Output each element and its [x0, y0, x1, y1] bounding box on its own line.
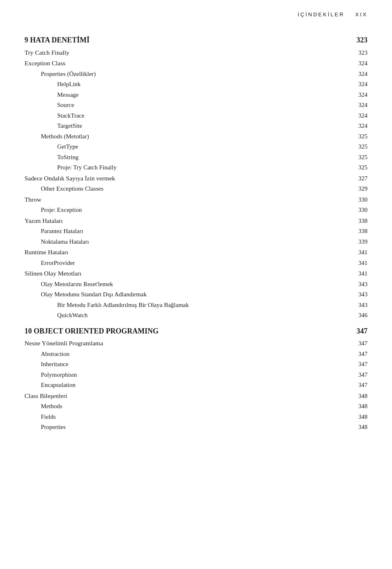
- toc-entry: 9 HATA DENETİMİ323: [24, 34, 368, 47]
- entry-page: 338: [343, 216, 368, 227]
- entry-text: QuickWatch: [57, 310, 343, 321]
- toc-entry: HelpLink324: [24, 79, 368, 90]
- entry-page: 347: [343, 359, 368, 370]
- toc-entry: Encapsulation347: [24, 380, 368, 391]
- entry-page: 343: [343, 300, 368, 311]
- toc-entry: Methods (Metotlar)325: [24, 131, 368, 142]
- entry-page: 338: [343, 226, 368, 237]
- entry-text: Proje: Exception: [41, 205, 343, 216]
- entry-text: Olay Metotlarını Reset'lemek: [41, 279, 343, 290]
- entry-page: 324: [343, 100, 368, 111]
- entry-page: 330: [343, 205, 368, 216]
- entry-page: 346: [343, 310, 368, 321]
- entry-page: 348: [343, 391, 368, 402]
- toc-entry: Yazım Hataları338: [24, 216, 368, 227]
- toc-entry: Other Exceptions Classes329: [24, 184, 368, 194]
- entry-page: 347: [343, 338, 368, 349]
- entry-text: Nesne Yönelimli Programlama: [24, 338, 343, 349]
- toc-entry: Inheritance347: [24, 359, 368, 370]
- entry-page: 341: [343, 258, 368, 269]
- entry-page: 341: [343, 269, 368, 279]
- entry-page: 343: [343, 279, 368, 290]
- entry-text: Silinen Olay Metotları: [24, 268, 343, 279]
- entry-page: 324: [343, 58, 368, 69]
- toc-entry: StackTrace324: [24, 111, 368, 121]
- toc-entry: Parantez Hataları338: [24, 226, 368, 237]
- toc-entry: QuickWatch346: [24, 310, 368, 321]
- entry-page: 323: [343, 48, 368, 58]
- entry-text: Try Catch Finally: [24, 47, 343, 58]
- toc-entry: 10 OBJECT ORIENTED PROGRAMING347: [24, 325, 368, 338]
- entry-text: TargetSite: [57, 121, 343, 131]
- entry-text: Proje: Try Catch Finally: [57, 162, 343, 173]
- entry-page: 347: [343, 325, 368, 338]
- entry-text: GetType: [57, 142, 343, 152]
- entry-page: 324: [343, 69, 368, 80]
- toc-entry: Abstraction347: [24, 349, 368, 360]
- entry-page: 343: [343, 289, 368, 300]
- entry-page: 347: [343, 380, 368, 391]
- entry-page: 323: [343, 34, 368, 47]
- toc-entry: Olay Metodunu Standart Dışı Adlandırmak3…: [24, 289, 368, 300]
- toc-entry: Properties (Özellikler)324: [24, 69, 368, 80]
- entry-page: 347: [343, 349, 368, 360]
- toc-entry: Nesne Yönelimli Programlama347: [24, 338, 368, 349]
- entry-text: Exception Class: [24, 58, 343, 69]
- entry-page: 348: [343, 412, 368, 422]
- toc-entry: GetType325: [24, 142, 368, 152]
- entry-text: Sadece Ondalık Sayıya İzin vermek: [24, 173, 343, 184]
- toc-entry: Source324: [24, 100, 368, 111]
- toc-entry: Properties348: [24, 422, 368, 433]
- entry-page: 325: [343, 162, 368, 173]
- entry-text: 10 OBJECT ORIENTED PROGRAMING: [24, 325, 343, 338]
- entry-text: Olay Metodunu Standart Dışı Adlandırmak: [41, 289, 343, 300]
- toc-entry: ToString325: [24, 152, 368, 163]
- entry-text: HelpLink: [57, 79, 343, 90]
- entry-page: 339: [343, 237, 368, 247]
- entry-page: 330: [343, 195, 368, 205]
- entry-text: ToString: [57, 152, 343, 163]
- entry-text: Fields: [41, 412, 343, 422]
- entry-text: Bir Metodu Farklı Adlandırılmış Bir Olay…: [57, 300, 343, 311]
- entry-text: Throw: [24, 194, 343, 205]
- toc-entry: ErrorProvider341: [24, 258, 368, 269]
- entry-page: 348: [343, 401, 368, 412]
- toc-entry: Methods348: [24, 401, 368, 412]
- toc-entry: Noktalama Hataları339: [24, 237, 368, 247]
- entry-text: Abstraction: [41, 349, 343, 360]
- entry-text: Other Exceptions Classes: [41, 184, 343, 194]
- toc-entry: Bir Metodu Farklı Adlandırılmış Bir Olay…: [24, 300, 368, 311]
- toc-content: 9 HATA DENETİMİ323Try Catch Finally323Ex…: [0, 26, 392, 449]
- toc-entry: TargetSite324: [24, 121, 368, 131]
- entry-page: 324: [343, 79, 368, 90]
- toc-entry: Silinen Olay Metotları341: [24, 268, 368, 279]
- entry-text: Methods: [41, 401, 343, 412]
- entry-text: StackTrace: [57, 111, 343, 121]
- toc-entry: Exception Class324: [24, 58, 368, 69]
- entry-text: Message: [57, 90, 343, 100]
- toc-entry: Runtime Hataları341: [24, 247, 368, 258]
- entry-page: 347: [343, 370, 368, 380]
- entry-text: Properties: [41, 422, 343, 433]
- toc-entry: Throw330: [24, 194, 368, 205]
- entry-text: Runtime Hataları: [24, 247, 343, 258]
- toc-entry: Polymorphism347: [24, 370, 368, 380]
- entry-text: Source: [57, 100, 343, 111]
- toc-entry: Proje: Exception330: [24, 205, 368, 216]
- toc-entry: Olay Metotlarını Reset'lemek343: [24, 279, 368, 290]
- entry-text: ErrorProvider: [41, 258, 343, 269]
- entry-page: 325: [343, 131, 368, 142]
- entry-page: 348: [343, 422, 368, 433]
- toc-entry: Message324: [24, 90, 368, 100]
- entry-text: Class Bileşenleri: [24, 391, 343, 401]
- entry-text: Yazım Hataları: [24, 216, 343, 226]
- toc-entry: Sadece Ondalık Sayıya İzin vermek327: [24, 173, 368, 184]
- entry-text: Methods (Metotlar): [41, 131, 343, 142]
- entry-page: 327: [343, 173, 368, 184]
- entry-text: 9 HATA DENETİMİ: [24, 34, 343, 47]
- toc-entry: Proje: Try Catch Finally325: [24, 162, 368, 173]
- entry-text: Inheritance: [41, 359, 343, 370]
- entry-text: Polymorphism: [41, 370, 343, 380]
- toc-entry: Fields348: [24, 412, 368, 422]
- page-header: İÇİNDEKİLER XIX: [0, 0, 392, 26]
